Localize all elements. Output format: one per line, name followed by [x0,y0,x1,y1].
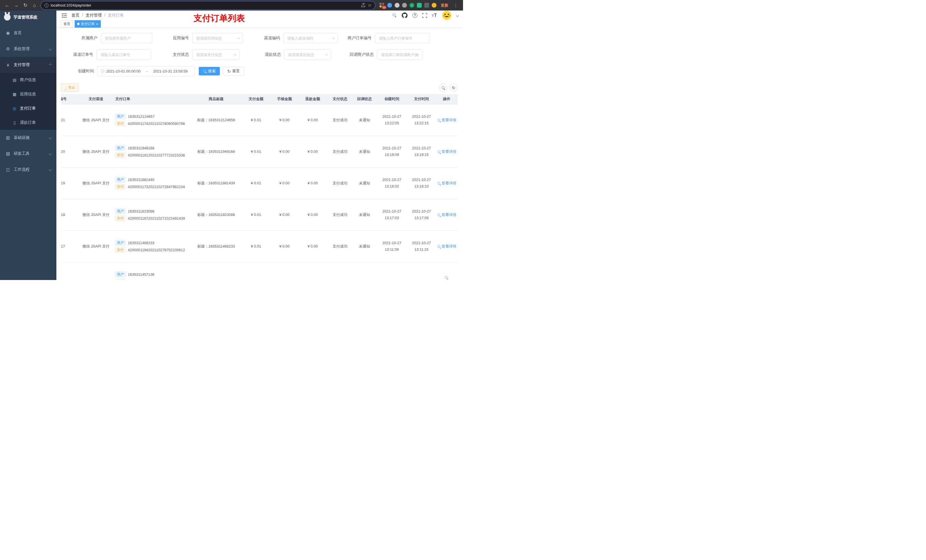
avatar[interactable] [442,11,452,20]
pay-order-no: 4200001173202110272847982104 [128,185,185,189]
search-icon[interactable] [392,13,397,18]
cell-pay-order: 商户 1635311468233 支付 42000011942021102767… [112,231,191,262]
extension-icon[interactable] [424,3,429,8]
view-detail-link[interactable] [445,276,449,279]
sidebar-item-system[interactable]: ⚙ 系统管理 [0,41,56,57]
logo[interactable]: 芋道管理系统 [0,11,56,24]
tab-close-icon[interactable] [96,22,98,26]
sidebar-item-home[interactable]: ◉ 首页 [0,25,56,41]
home-icon[interactable]: ⌂ [30,2,39,9]
cell-created: 2021-10-27 13:22:05 [377,104,407,136]
app-select-input[interactable] [192,33,243,43]
notify-status-input[interactable] [377,50,422,60]
menu-fold-icon[interactable] [62,14,67,18]
forward-icon[interactable]: → [12,2,21,9]
view-detail-link[interactable]: 查看详情 [437,149,457,154]
breadcrumb-payment[interactable]: 支付管理 [79,13,101,18]
view-detail-link[interactable]: 查看详情 [437,181,457,186]
merchant-order-no-field[interactable] [375,33,430,43]
sidebar-item-app-info[interactable]: ▦ 应用信息 [0,87,56,101]
refresh-icon: ↻ [227,69,231,73]
notify-status-select[interactable] [377,50,422,60]
date-end[interactable]: 2021-10-31 23:59:59 [153,69,188,73]
refresh-table-button[interactable]: ↻ [449,84,458,92]
address-bar[interactable]: i localhost:1024/pay/order ☆ [41,2,375,9]
extensions-badge: 10 [382,6,386,9]
url-text[interactable]: localhost:1024/pay/order [51,3,359,8]
reload-icon[interactable]: ↻ [21,2,30,9]
sidebar-item-pay-order[interactable]: ◎ 支付订单 [0,101,56,116]
sidebar-item-refund-order[interactable]: ▯ 退款订单 [0,116,56,130]
tab-home[interactable]: 首页 [61,20,73,27]
logo-rabbit-icon [4,14,11,21]
sidebar-item-infra[interactable]: ▥ 基础设施 [0,130,56,146]
sidebar-item-workflow[interactable]: ◫ 工作流程 [0,162,56,178]
github-icon[interactable] [402,12,407,18]
date-start[interactable]: 2021-10-01 00:00:00 [106,69,141,73]
refund-status-input[interactable] [284,50,331,60]
help-icon[interactable]: ? [412,13,418,18]
cell-action [436,262,458,280]
merchant-order-no-label: 商户订单编号 [338,36,375,41]
refund-status-select[interactable] [284,50,331,60]
search-button[interactable]: 搜索 [199,67,220,75]
toggle-search-button[interactable] [439,84,447,92]
table-row: 商户 1635311457136 支付 [61,262,458,280]
cell-paid [407,262,436,280]
font-size-icon[interactable]: TT [432,13,437,18]
update-button[interactable]: 更新 [439,3,450,8]
table-row: 20 微信 JSAPI 支付 商户 1635311949168 支付 [61,136,458,167]
cell-pay-order: 商户 1635312124657 支付 42000011742021102780… [112,104,191,136]
channel-code-select[interactable] [283,33,338,43]
back-icon[interactable]: ← [3,2,11,9]
cell-id: 20 [61,136,80,167]
merchant-order-no-input[interactable] [375,33,430,43]
channel-order-no-input[interactable] [97,50,151,60]
create-time-range-picker[interactable]: 2021-10-01 00:00:00 - 2021-10-31 23:59:5… [97,66,195,76]
cell-fee: ¥ 0.00 [271,136,298,167]
pay-status-input[interactable] [192,50,239,60]
channel-order-no-field[interactable] [97,50,151,60]
sidebar-item-merchant-info[interactable]: ▤ 商户信息 [0,73,56,87]
user-caret-icon[interactable] [456,14,459,17]
browser-menu-icon[interactable]: ⋮ [452,3,459,8]
fullscreen-icon[interactable] [422,13,427,18]
merchant-input[interactable] [101,33,152,43]
tab-pay-order[interactable]: 支付订单 [75,20,101,27]
app-select[interactable] [192,33,243,43]
sidebar-item-devtools[interactable]: ▧ 研发工具 [0,146,56,162]
sidebar-item-payment[interactable]: ¥ 支付管理 [0,57,56,73]
clock-icon [100,69,104,73]
export-button[interactable]: ↓ 导出 [61,84,79,92]
content: 所属商户 应用编号 渠道编码 商户订单编号 [56,28,463,280]
merchant-label: 所属商户 [61,36,101,41]
table-row: 17 微信 JSAPI 支付 商户 1635311468233 支付 [61,231,458,262]
pay-status-select[interactable] [192,50,239,60]
cell-refund: ¥ 0.00 [298,231,327,262]
cell-pay-order: 商户 1635311949168 支付 42000011812021102777… [112,136,191,167]
search-icon [437,118,440,122]
share-icon[interactable] [362,3,365,8]
bookmark-star-icon[interactable]: ☆ [368,3,372,8]
view-detail-link[interactable]: 查看详情 [437,244,457,249]
view-detail-link[interactable]: 查看详情 [437,118,457,123]
breadcrumb-home[interactable]: 首页 [71,13,79,18]
channel-order-no-label: 渠道订单号 [61,52,97,57]
cell-paid: 2021-10-27 13:11:15 [407,231,436,262]
extension-icon[interactable] [432,3,437,8]
cell-channel: 微信 JSAPI 支付 [80,231,112,262]
site-info-icon[interactable]: i [44,3,48,8]
channel-code-input[interactable] [283,33,338,43]
extension-icon[interactable] [417,3,422,8]
extension-icon[interactable]: ✓ [410,3,414,8]
view-detail-link[interactable]: 查看详情 [437,212,457,217]
merchant-select[interactable] [101,33,152,43]
search-icon [437,181,440,185]
extension-icon[interactable] [395,3,399,8]
extensions-icon[interactable]: 10 [380,3,385,8]
cell-fee: ¥ 0.00 [271,199,298,231]
extension-icon[interactable] [402,3,407,8]
extension-icon[interactable] [387,3,392,8]
cell-status: 支付成功 [327,167,353,199]
reset-button[interactable]: ↻ 重置 [223,67,244,75]
